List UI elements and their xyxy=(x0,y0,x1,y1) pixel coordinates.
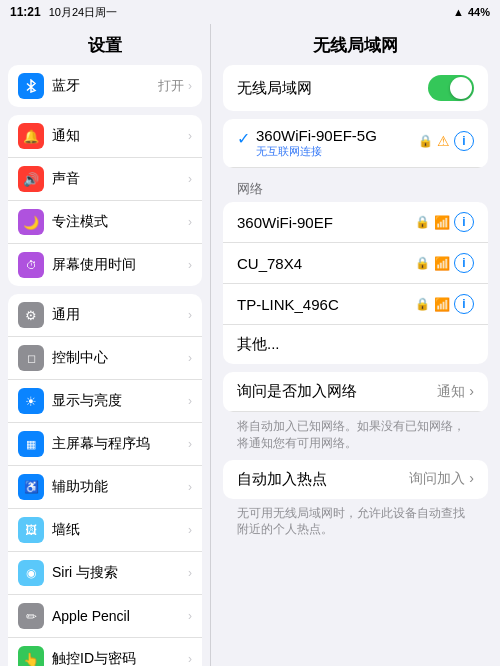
sidebar-item-display[interactable]: ☀ 显示与亮度 › xyxy=(8,380,202,423)
sidebar-title: 设置 xyxy=(0,24,210,65)
auto-hotspot-row[interactable]: 自动加入热点 询问加入 › xyxy=(223,460,488,499)
touchid-icon: 👆 xyxy=(18,646,44,666)
sound-label: 声音 xyxy=(52,170,184,188)
controlcenter-icon: ◻ xyxy=(18,345,44,371)
siri-icon: ◉ xyxy=(18,560,44,586)
wifi-toggle-label: 无线局域网 xyxy=(237,79,428,98)
network-list-section: 360WiFi-90EF 🔒 📶 i CU_78X4 🔒 📶 i TP-LINK… xyxy=(223,202,488,364)
sidebar-item-screentime[interactable]: ⏱ 屏幕使用时间 › xyxy=(8,244,202,286)
sidebar: 设置 蓝牙 打开 › 🔔 通知 › 🔊 xyxy=(0,24,210,666)
network-info-btn-1[interactable]: i xyxy=(454,253,474,273)
sidebar-section-notifications: 🔔 通知 › 🔊 声音 › 🌙 专注模式 › ⏱ 屏幕使用时间 › xyxy=(8,115,202,286)
network-row-2[interactable]: TP-LINK_496C 🔒 📶 i xyxy=(223,284,488,325)
controlcenter-label: 控制中心 xyxy=(52,349,184,367)
auto-hotspot-section: 自动加入热点 询问加入 › xyxy=(223,460,488,499)
network-row-1[interactable]: CU_78X4 🔒 📶 i xyxy=(223,243,488,284)
wifi-icon: ▲ xyxy=(453,6,464,18)
network-icons-1: 🔒 📶 i xyxy=(415,253,474,273)
bluetooth-value: 打开 xyxy=(158,77,184,95)
time-display: 11:21 xyxy=(10,5,41,19)
ask-join-label: 询问是否加入网络 xyxy=(237,382,437,401)
status-bar: 11:21 10月24日周一 ▲ 44% xyxy=(0,0,500,24)
panel-title: 无线局域网 xyxy=(211,24,500,65)
display-icon: ☀ xyxy=(18,388,44,414)
lock-icon-0: 🔒 xyxy=(415,215,430,229)
sidebar-item-bluetooth[interactable]: 蓝牙 打开 › xyxy=(8,65,202,107)
notification-label: 通知 xyxy=(52,127,184,145)
network-name-0: 360WiFi-90EF xyxy=(237,214,415,231)
connected-network-row[interactable]: ✓ 360WiFi-90EF-5G 无互联网连接 🔒 ⚠ i xyxy=(223,119,488,168)
sound-icon: 🔊 xyxy=(18,166,44,192)
network-row-other[interactable]: 其他... xyxy=(223,325,488,364)
ask-join-row[interactable]: 询问是否加入网络 通知 › xyxy=(223,372,488,412)
network-name-1: CU_78X4 xyxy=(237,255,415,272)
bluetooth-label: 蓝牙 xyxy=(52,77,158,95)
main-layout: 设置 蓝牙 打开 › 🔔 通知 › 🔊 xyxy=(0,24,500,666)
homescreen-label: 主屏幕与程序坞 xyxy=(52,435,184,453)
sidebar-section-bluetooth: 蓝牙 打开 › xyxy=(8,65,202,107)
general-label: 通用 xyxy=(52,306,184,324)
accessibility-label: 辅助功能 xyxy=(52,478,184,496)
wifi-toggle-section: 无线局域网 xyxy=(223,65,488,111)
sidebar-item-pencil[interactable]: ✏ Apple Pencil › xyxy=(8,595,202,638)
network-name-other: 其他... xyxy=(237,335,474,354)
general-icon: ⚙ xyxy=(18,302,44,328)
warning-icon: ⚠ xyxy=(437,133,450,149)
connected-wifi-name: 360WiFi-90EF-5G xyxy=(256,127,418,144)
pencil-icon: ✏ xyxy=(18,603,44,629)
sidebar-section-general: ⚙ 通用 › ◻ 控制中心 › ☀ 显示与亮度 › ▦ 主屏幕与程序坞 › ♿ xyxy=(8,294,202,666)
checkmark-icon: ✓ xyxy=(237,129,250,148)
touchid-label: 触控ID与密码 xyxy=(52,650,184,666)
sidebar-item-general[interactable]: ⚙ 通用 › xyxy=(8,294,202,337)
lock-icon-2: 🔒 xyxy=(415,297,430,311)
connected-wifi-info-btn[interactable]: i xyxy=(454,131,474,151)
wifi-toggle[interactable] xyxy=(428,75,474,101)
screentime-icon: ⏱ xyxy=(18,252,44,278)
network-info-btn-2[interactable]: i xyxy=(454,294,474,314)
siri-label: Siri 与搜索 xyxy=(52,564,184,582)
sidebar-item-controlcenter[interactable]: ◻ 控制中心 › xyxy=(8,337,202,380)
sidebar-item-touchid[interactable]: 👆 触控ID与密码 › xyxy=(8,638,202,666)
bluetooth-icon xyxy=(18,73,44,99)
network-icons-2: 🔒 📶 i xyxy=(415,294,474,314)
homescreen-icon: ▦ xyxy=(18,431,44,457)
sidebar-item-accessibility[interactable]: ♿ 辅助功能 › xyxy=(8,466,202,509)
sidebar-item-wallpaper[interactable]: 🖼 墙纸 › xyxy=(8,509,202,552)
sidebar-item-focus[interactable]: 🌙 专注模式 › xyxy=(8,201,202,244)
lock-icon: 🔒 xyxy=(418,134,433,148)
screentime-label: 屏幕使用时间 xyxy=(52,256,184,274)
connected-wifi-icons: 🔒 ⚠ i xyxy=(418,131,474,151)
network-name-2: TP-LINK_496C xyxy=(237,296,415,313)
wallpaper-icon: 🖼 xyxy=(18,517,44,543)
sidebar-item-homescreen[interactable]: ▦ 主屏幕与程序坞 › xyxy=(8,423,202,466)
network-icons-0: 🔒 📶 i xyxy=(415,212,474,232)
bluetooth-chevron: › xyxy=(188,79,192,93)
network-info-btn-0[interactable]: i xyxy=(454,212,474,232)
ask-join-section: 询问是否加入网络 通知 › xyxy=(223,372,488,412)
sidebar-item-siri[interactable]: ◉ Siri 与搜索 › xyxy=(8,552,202,595)
focus-label: 专注模式 xyxy=(52,213,184,231)
wifi-signal-2: 📶 xyxy=(434,297,450,312)
ask-join-desc: 将自动加入已知网络。如果没有已知网络，将通知您有可用网络。 xyxy=(211,414,500,460)
lock-icon-1: 🔒 xyxy=(415,256,430,270)
focus-icon: 🌙 xyxy=(18,209,44,235)
accessibility-icon: ♿ xyxy=(18,474,44,500)
wifi-signal-0: 📶 xyxy=(434,215,450,230)
wifi-toggle-row[interactable]: 无线局域网 xyxy=(223,65,488,111)
right-panel: 无线局域网 无线局域网 ✓ 360WiFi-90EF-5G 无互联网连接 🔒 xyxy=(210,24,500,666)
date-display: 10月24日周一 xyxy=(49,5,117,20)
sidebar-item-sound[interactable]: 🔊 声音 › xyxy=(8,158,202,201)
connected-wifi-sub: 无互联网连接 xyxy=(256,144,418,159)
network-row-0[interactable]: 360WiFi-90EF 🔒 📶 i xyxy=(223,202,488,243)
toggle-knob xyxy=(450,77,472,99)
notification-icon: 🔔 xyxy=(18,123,44,149)
battery-display: 44% xyxy=(468,6,490,18)
network-section-label: 网络 xyxy=(223,176,488,202)
wallpaper-label: 墙纸 xyxy=(52,521,184,539)
auto-hotspot-desc: 无可用无线局域网时，允许此设备自动查找附近的个人热点。 xyxy=(211,501,500,547)
display-label: 显示与亮度 xyxy=(52,392,184,410)
connected-network-section: ✓ 360WiFi-90EF-5G 无互联网连接 🔒 ⚠ i xyxy=(223,119,488,168)
wifi-signal-1: 📶 xyxy=(434,256,450,271)
pencil-label: Apple Pencil xyxy=(52,608,184,624)
sidebar-item-notification[interactable]: 🔔 通知 › xyxy=(8,115,202,158)
